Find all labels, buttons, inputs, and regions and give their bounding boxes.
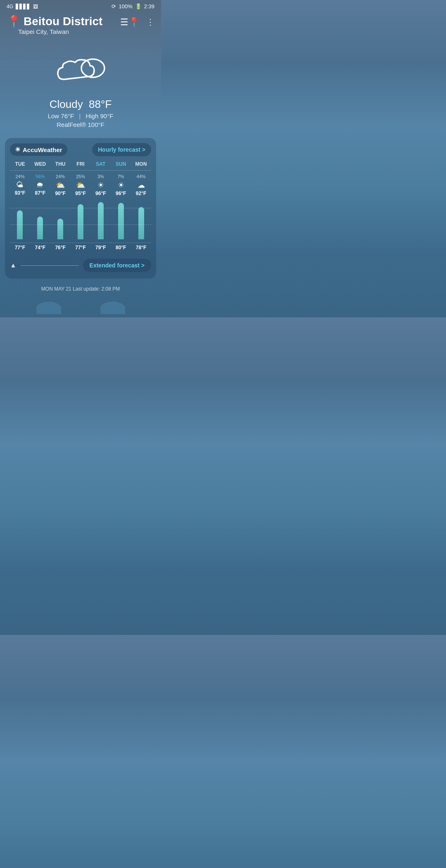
low-temp-row: 77°F74°F76°F77°F79°F80°F78°F <box>10 243 151 254</box>
precip-4: 3% <box>90 174 111 180</box>
accuweather-logo: ☀ AccuWeather <box>10 143 67 156</box>
precip-2: 24% <box>50 174 71 180</box>
days-row: TUEWEDTHUFRISATSUNMON <box>10 161 151 171</box>
forecast-col-3: 25%⛅95°F <box>71 174 91 196</box>
current-weather: Cloudy 88°F Low 76°F | High 90°F RealFee… <box>0 94 161 135</box>
bar-col-0 <box>10 200 30 241</box>
bar-0 <box>17 210 23 239</box>
accuweather-sun-icon: ☀ <box>15 146 20 153</box>
signal-icon: 4G <box>7 4 13 10</box>
forecast-col-1: 56%🌧87°F <box>30 174 50 196</box>
bottom-section <box>0 298 161 317</box>
low-label: Low <box>48 112 61 119</box>
weather-icon-2: ⛅ <box>50 181 71 190</box>
forecast-header: ☀ AccuWeather Hourly forecast > <box>10 143 151 156</box>
forecast-section: ☀ AccuWeather Hourly forecast > TUEWEDTH… <box>5 138 156 279</box>
image-icon: 🖼 <box>33 4 38 10</box>
bars-icon: ▋▋▋▋ <box>16 4 31 10</box>
status-bar: 4G ▋▋▋▋ 🖼 ⟳ 100% 🔋 2:39 <box>0 0 161 11</box>
menu-icon[interactable]: ⋮ <box>146 17 154 28</box>
clock: 2:39 <box>144 3 154 10</box>
low-temp-6: 78°F <box>131 245 151 250</box>
bottom-circle-right <box>100 302 125 314</box>
forecast-col-0: 24%🌤93°F <box>10 174 30 196</box>
day-label-sun: SUN <box>111 161 131 167</box>
high-temp-5: 96°F <box>111 191 131 196</box>
bar-5 <box>118 203 124 239</box>
bar-col-3 <box>71 200 91 241</box>
high-temp-4: 96°F <box>90 191 111 196</box>
bar-col-4 <box>90 200 111 241</box>
weather-icon-4: ☀ <box>90 181 111 190</box>
header-icons[interactable]: ☰📍 ⋮ <box>120 14 154 28</box>
weather-icon-area <box>0 40 161 94</box>
high-temp-3: 95°F <box>71 191 91 196</box>
weather-icon-5: ☀ <box>111 181 131 190</box>
forecast-col-4: 3%☀96°F <box>90 174 111 196</box>
battery-icon: 🔋 <box>135 3 142 10</box>
list-location-icon[interactable]: ☰📍 <box>120 17 140 28</box>
triangle-icon: ▲ <box>10 262 17 269</box>
low-temp-1: 74°F <box>30 245 50 250</box>
bar-6 <box>138 207 144 239</box>
low-high: Low 76°F | High 90°F <box>0 112 161 119</box>
day-label-fri: FRI <box>71 161 91 167</box>
low-temp-4: 79°F <box>90 245 111 250</box>
forecast-col-2: 24%⛅90°F <box>50 174 71 196</box>
bar-3 <box>78 204 83 239</box>
high-label: High <box>85 112 100 119</box>
bar-chart <box>10 200 151 241</box>
forecast-data: 24%🌤93°F56%🌧87°F24%⛅90°F25%⛅95°F3%☀96°F7… <box>10 174 151 196</box>
extended-row: ▲ Extended forecast > <box>10 257 151 274</box>
high-temp-2: 90°F <box>50 191 71 196</box>
precip-5: 7% <box>111 174 131 180</box>
low-temp-0: 77°F <box>10 245 30 250</box>
realfeel: RealFeel® 100°F <box>0 121 161 128</box>
status-left: 4G ▋▋▋▋ 🖼 <box>7 4 38 10</box>
bottom-circle-left <box>36 302 61 314</box>
weather-icon-1: 🌧 <box>30 181 50 189</box>
bar-2 <box>57 219 63 239</box>
weather-icon-0: 🌤 <box>10 181 30 189</box>
rotate-icon: ⟳ <box>112 3 116 10</box>
day-label-sat: SAT <box>90 161 111 167</box>
day-label-thu: THU <box>50 161 71 167</box>
bar-1 <box>37 217 43 239</box>
location-pin-icon: 📍 <box>7 14 21 28</box>
last-update: MON MAY 21 Last update: 2:08 PM <box>0 282 161 298</box>
header: 📍 Beitou District Taipei City, Taiwan ☰📍… <box>0 11 161 40</box>
hourly-forecast-button[interactable]: Hourly forecast > <box>92 143 151 156</box>
location-block: 📍 Beitou District Taipei City, Taiwan <box>7 14 102 35</box>
weather-icon-3: ⛅ <box>71 181 91 190</box>
location-sub: Taipei City, Taiwan <box>18 28 102 35</box>
weather-icon-6: ☁ <box>131 181 151 190</box>
day-label-tue: TUE <box>10 161 30 167</box>
pipe-divider: | <box>79 112 81 119</box>
precip-6: 44% <box>131 174 151 180</box>
low-temp-5: 80°F <box>111 245 131 250</box>
condition-temp: Cloudy 88°F <box>0 98 161 111</box>
status-right: ⟳ 100% 🔋 2:39 <box>112 3 154 10</box>
day-label-mon: MON <box>131 161 151 167</box>
high-temp-0: 93°F <box>10 190 30 196</box>
high-temp-6: 92°F <box>131 191 151 196</box>
day-label-wed: WED <box>30 161 50 167</box>
high-temp-1: 87°F <box>30 190 50 196</box>
forecast-col-5: 7%☀96°F <box>111 174 131 196</box>
battery-pct: 100% <box>119 3 132 10</box>
bar-col-6 <box>131 200 151 241</box>
bar-col-5 <box>111 200 131 241</box>
precip-1: 56% <box>30 174 50 180</box>
precip-0: 24% <box>10 174 30 180</box>
location-name: 📍 Beitou District <box>7 14 102 28</box>
low-temp-3: 77°F <box>71 245 91 250</box>
main-cloud-icon <box>54 52 107 86</box>
forecast-col-6: 44%☁92°F <box>131 174 151 196</box>
precip-3: 25% <box>71 174 91 180</box>
bar-col-2 <box>50 200 71 241</box>
low-temp-2: 76°F <box>50 245 71 250</box>
bar-col-1 <box>30 200 50 241</box>
extended-forecast-button[interactable]: Extended forecast > <box>83 259 151 272</box>
bar-4 <box>98 202 104 239</box>
